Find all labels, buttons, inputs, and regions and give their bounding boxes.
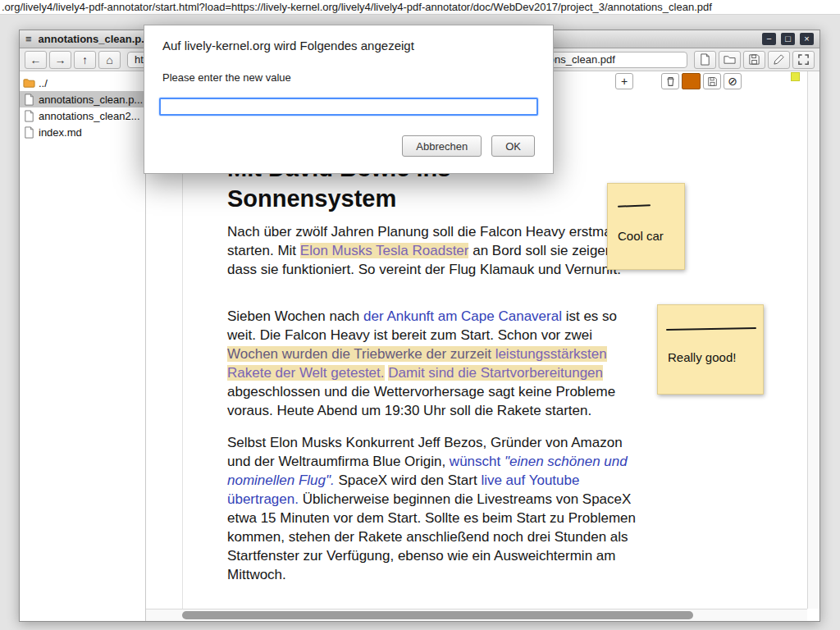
save-icon	[748, 53, 760, 66]
menu-icon[interactable]: ≡	[25, 33, 32, 45]
up-button[interactable]: ↑	[74, 51, 96, 69]
pdf-paragraph: Nach über zwölf Jahren Planung soll die …	[227, 222, 641, 279]
file-name: annotations_clean.p...	[39, 94, 143, 106]
window-controls: − □ ×	[762, 33, 814, 45]
ok-button[interactable]: OK	[491, 135, 535, 157]
cancel-button[interactable]: Abbrechen	[402, 135, 482, 157]
pdf-paragraph: Sieben Wochen nach der Ankunft am Cape C…	[227, 307, 641, 420]
new-document-button[interactable]	[694, 51, 716, 69]
close-button[interactable]: ×	[800, 33, 814, 45]
fullscreen-button[interactable]	[792, 51, 815, 69]
text-segment: Elon Musks Tesla Roadster	[300, 243, 469, 258]
text-segment: Wochen wurden die Triebwerke der zurzeit	[227, 346, 495, 362]
pdf-heading-line2: Sonnensystem	[227, 184, 641, 214]
delete-annotation-button[interactable]	[661, 73, 679, 89]
horizontal-scrollbar[interactable]	[146, 609, 807, 621]
dialog-input[interactable]	[159, 98, 538, 116]
back-button[interactable]: ←	[25, 51, 47, 69]
browser-url-text: .org/lively4/lively4-pdf-annotator/start…	[0, 0, 840, 15]
dialog-message: Please enter the new value	[162, 71, 291, 84]
text-segment: wünscht	[450, 454, 500, 469]
sticky-note[interactable]: Really good!	[657, 304, 764, 395]
minimize-button[interactable]: −	[762, 33, 776, 45]
dialog-buttons: Abbrechen OK	[402, 135, 535, 157]
maximize-button[interactable]: □	[781, 33, 795, 45]
add-annotation-button[interactable]: +	[615, 73, 633, 89]
folder-icon	[23, 77, 35, 89]
new-document-icon	[699, 53, 711, 66]
dialog-title: Auf lively-kernel.org wird Folgendes ang…	[162, 39, 414, 52]
forward-button[interactable]: →	[49, 51, 71, 69]
file-name: index.md	[39, 126, 82, 139]
text-segment: der Ankunft am Cape Canaveral	[363, 308, 562, 324]
file-icon	[23, 126, 35, 139]
annotation-marker[interactable]	[791, 72, 800, 81]
edit-button[interactable]	[768, 51, 790, 69]
pdf-paragraph: Selbst Elon Musks Konkurrent Jeff Bezos,…	[227, 433, 641, 584]
file-name: ../	[39, 77, 48, 89]
js-prompt-dialog: Auf lively-kernel.org wird Folgendes ang…	[144, 25, 554, 174]
fullscreen-icon	[797, 53, 810, 66]
text-segment: SpaceX wird den Start	[335, 472, 482, 488]
vertical-scrollbar[interactable]	[807, 71, 819, 609]
ink-stroke	[618, 204, 651, 207]
sticky-note-text: Cool car	[618, 229, 664, 243]
file-list-item-selected[interactable]: annotations_clean.p...	[20, 91, 145, 107]
window-title: annotations_clean.p...	[39, 33, 151, 45]
file-name: annotations_clean2...	[39, 110, 140, 122]
file-list-item[interactable]: index.md	[20, 124, 145, 140]
save-annotations-button[interactable]	[703, 73, 721, 89]
cancel-annotation-button[interactable]: ⊘	[724, 73, 742, 89]
sticky-note-text: Really good!	[668, 350, 736, 364]
pdf-page-text: Mit David Bowie ins Sonnensystem Nach üb…	[227, 153, 641, 584]
open-folder-button[interactable]	[719, 51, 741, 69]
file-icon	[23, 110, 35, 122]
sticky-note[interactable]: Cool car	[607, 183, 685, 270]
save-icon	[707, 76, 718, 87]
trash-icon	[665, 76, 676, 87]
save-button[interactable]	[743, 51, 765, 69]
ink-stroke	[666, 327, 756, 331]
home-button[interactable]: ⌂	[98, 51, 121, 69]
file-list-item[interactable]: annotations_clean2...	[20, 107, 145, 124]
text-segment: abgeschlossen und die Wettervorhersage s…	[227, 384, 615, 418]
text-segment: Damit sind die Startvorbereitungen	[388, 365, 603, 381]
file-list-item-parent[interactable]: ../	[20, 75, 145, 91]
edit-icon	[773, 53, 785, 66]
file-icon	[23, 94, 35, 106]
text-segment: Sieben Wochen nach	[227, 308, 363, 324]
color-swatch[interactable]	[682, 73, 701, 89]
scrollbar-thumb[interactable]	[182, 611, 693, 619]
annotation-toolbar: + ⊘	[615, 73, 742, 89]
open-folder-icon	[724, 53, 736, 66]
file-list: ../ annotations_clean.p... annotations_c…	[20, 71, 146, 621]
